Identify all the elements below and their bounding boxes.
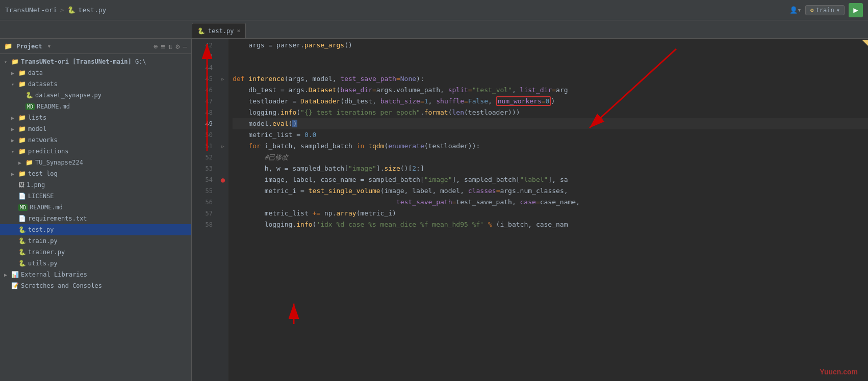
sidebar-icon-list[interactable]: ≡ bbox=[161, 42, 165, 50]
sidebar-icon-add[interactable]: ⊕ bbox=[154, 42, 158, 50]
code-editor[interactable]: 42 43 44 45 46 47 48 49 50 51 52 53 54 5… bbox=[192, 39, 868, 381]
tree-item-readme-datasets[interactable]: MD README.md bbox=[0, 101, 191, 112]
tree-item-readme-root[interactable]: MD README.md bbox=[0, 202, 191, 213]
tree-label-scratches: Scratches and Consoles bbox=[21, 282, 102, 289]
code-line-49: model.eval() bbox=[233, 118, 868, 129]
tree-label-license: LICENSE bbox=[28, 193, 54, 200]
tab-close[interactable]: × bbox=[237, 28, 241, 34]
code-line-54: image, label, case_name = sampled_batch[… bbox=[233, 174, 868, 185]
tree-label-requirements: requirements.txt bbox=[28, 215, 87, 222]
run-button[interactable]: ▶ bbox=[849, 3, 863, 17]
project-name[interactable]: TransUNet-ori bbox=[5, 6, 57, 14]
tree-item-model[interactable]: ▶ 📁 model bbox=[0, 123, 191, 134]
tree-label-root: TransUNet-ori [TransUNet-main] G:\ bbox=[21, 58, 146, 65]
tab-test-py[interactable]: 🐍 test.py × bbox=[192, 23, 246, 38]
tree-label-png1: 1.png bbox=[27, 181, 45, 188]
gutter-45: ⊳ bbox=[217, 73, 228, 85]
gutter-42 bbox=[217, 40, 228, 51]
sidebar-icon-sort[interactable]: ⇅ bbox=[168, 42, 172, 50]
line-num-50: 50 bbox=[192, 129, 213, 141]
tree-item-train-py[interactable]: 🐍 train.py bbox=[0, 235, 191, 247]
breadcrumb-file: test.py bbox=[79, 6, 107, 14]
line-num-42: 42 bbox=[192, 40, 213, 51]
tree-item-predictions[interactable]: ▾ 📁 predictions bbox=[0, 146, 191, 157]
gutter-57 bbox=[217, 208, 228, 219]
sidebar-title: Project bbox=[16, 43, 42, 50]
gutter-44 bbox=[217, 62, 228, 73]
tree-item-data[interactable]: ▶ 📁 data bbox=[0, 67, 191, 78]
code-line-51: for i_batch, sampled_batch in tqdm(enume… bbox=[233, 141, 868, 152]
gutter-53 bbox=[217, 163, 228, 174]
tree-item-scratches[interactable]: 📝 Scratches and Consoles bbox=[0, 280, 191, 291]
tree-label-utils-py: utils.py bbox=[28, 260, 58, 267]
file-tree: ▾ 📁 TransUNet-ori [TransUNet-main] G:\ ▶… bbox=[0, 54, 191, 381]
tree-label-test-py: test.py bbox=[28, 226, 54, 233]
sidebar-icon-settings[interactable]: ⚙ bbox=[175, 42, 180, 50]
line-num-57: 57 bbox=[192, 208, 213, 219]
gutter-52 bbox=[217, 152, 228, 163]
code-line-50: metric_list = 0.0 bbox=[233, 129, 868, 141]
main-layout: 📁 Project ▾ ⊕ ≡ ⇅ ⚙ — ▾ 📁 TransUNet-ori … bbox=[0, 39, 868, 381]
line-num-47: 47 bbox=[192, 96, 213, 107]
sidebar-icons: ⊕ ≡ ⇅ ⚙ — bbox=[154, 42, 187, 50]
tree-label-trainer-py: trainer.py bbox=[28, 249, 65, 256]
line-num-44: 44 bbox=[192, 62, 213, 73]
tree-item-test-log[interactable]: ▶ 📁 test_log bbox=[0, 168, 191, 179]
run-config-label: train bbox=[816, 7, 834, 14]
line-numbers: 42 43 44 45 46 47 48 49 50 51 52 53 54 5… bbox=[192, 39, 217, 381]
code-area: 42 43 44 45 46 47 48 49 50 51 52 53 54 5… bbox=[192, 39, 868, 381]
tree-label-tu-synapse: TU_Synapse224 bbox=[35, 159, 83, 166]
tree-item-trainer-py[interactable]: 🐍 trainer.py bbox=[0, 247, 191, 258]
code-line-56: test_save_path=test_save_path, case=case… bbox=[233, 197, 868, 208]
code-line-47: testloader = DataLoader(db_test, batch_s… bbox=[233, 96, 868, 107]
tree-item-networks[interactable]: ▶ 📁 networks bbox=[0, 134, 191, 146]
yellow-triangle bbox=[862, 40, 868, 52]
tree-item-png1[interactable]: 🖼 1.png bbox=[0, 179, 191, 190]
code-line-46: db_test = args.Dataset(base_dir=args.vol… bbox=[233, 85, 868, 96]
tree-item-utils-py[interactable]: 🐍 utils.py bbox=[0, 258, 191, 269]
gutter-48 bbox=[217, 107, 228, 118]
tree-label-model: model bbox=[28, 125, 46, 132]
code-line-53: h, w = sampled_batch["image"].size()[2:] bbox=[233, 163, 868, 174]
line-num-53: 53 bbox=[192, 163, 213, 174]
run-config-arrow: ▾ bbox=[836, 7, 840, 14]
gutter-49 bbox=[217, 118, 228, 129]
gutter: ⊳ ⊳ ● bbox=[217, 39, 228, 381]
code-line-48: logging.info("{} test iterations per epo… bbox=[233, 107, 868, 118]
sidebar-icon-minimize[interactable]: — bbox=[183, 42, 187, 50]
line-num-55: 55 bbox=[192, 185, 213, 197]
code-line-55: metric_i = test_single_volume(image, lab… bbox=[233, 185, 868, 197]
tree-item-requirements[interactable]: 📄 requirements.txt bbox=[0, 213, 191, 224]
tree-item-datasets[interactable]: ▾ 📁 datasets bbox=[0, 78, 191, 90]
gutter-43 bbox=[217, 51, 228, 62]
breakpoint-54[interactable]: ● bbox=[221, 176, 225, 184]
run-config-icon: ⚙ bbox=[810, 7, 813, 14]
tree-item-dataset-synapse[interactable]: 🐍 dataset_synapse.py bbox=[0, 90, 191, 101]
gutter-50 bbox=[217, 129, 228, 141]
tree-item-lists[interactable]: ▶ 📁 lists bbox=[0, 112, 191, 123]
fold-icon-51[interactable]: ⊳ bbox=[221, 144, 224, 149]
tree-item-root[interactable]: ▾ 📁 TransUNet-ori [TransUNet-main] G:\ bbox=[0, 56, 191, 67]
user-icon: 👤▾ bbox=[789, 6, 802, 14]
tree-item-ext-libs[interactable]: ▶ 📊 External Libraries bbox=[0, 269, 191, 280]
gutter-51: ⊳ bbox=[217, 141, 228, 152]
code-line-58: logging.info('idx %d case %s mean_dice %… bbox=[233, 219, 868, 230]
tree-item-test-py[interactable]: 🐍 test.py bbox=[0, 224, 191, 235]
tree-label-readme-root: README.md bbox=[30, 204, 63, 211]
tree-item-license[interactable]: 📄 LICENSE bbox=[0, 190, 191, 202]
tree-label-readme-datasets: README.md bbox=[37, 103, 70, 110]
fold-icon-45[interactable]: ⊳ bbox=[221, 76, 224, 82]
line-num-56: 56 bbox=[192, 197, 213, 208]
code-line-44 bbox=[233, 62, 868, 73]
tree-item-tu-synapse[interactable]: ▶ 📁 TU_Synapse224 bbox=[0, 157, 191, 168]
tree-label-networks: networks bbox=[28, 137, 58, 144]
run-config[interactable]: ⚙ train ▾ bbox=[805, 5, 845, 15]
sidebar-header: 📁 Project ▾ ⊕ ≡ ⇅ ⚙ — bbox=[0, 39, 191, 54]
file-icon-small: 🐍 bbox=[67, 6, 75, 14]
breadcrumb: TransUNet-ori > 🐍 test.py bbox=[5, 6, 106, 14]
code-line-45: def inference(args, model, test_save_pat… bbox=[233, 73, 868, 85]
line-num-58: 58 bbox=[192, 219, 213, 230]
watermark: Yuucn.com bbox=[820, 368, 858, 376]
tab-label: test.py bbox=[208, 28, 234, 35]
sidebar-dropdown-arrow[interactable]: ▾ bbox=[47, 42, 52, 50]
